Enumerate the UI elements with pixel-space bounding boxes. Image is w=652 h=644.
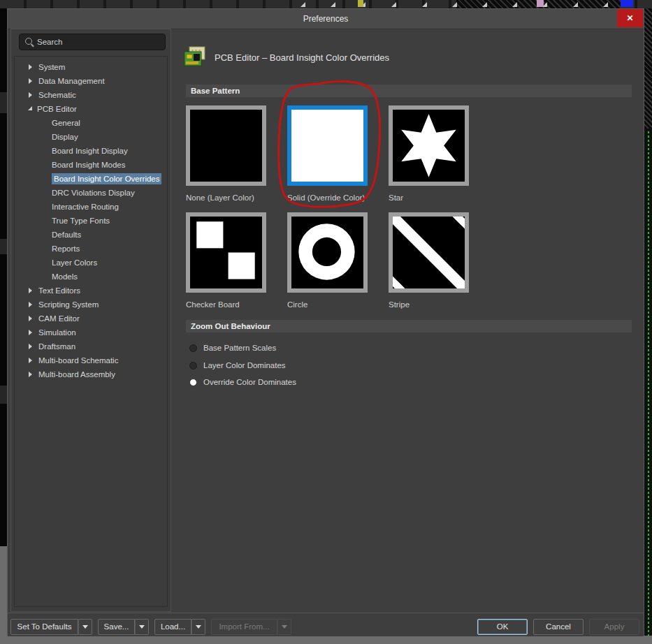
sidebar-item-display[interactable]: Display (15, 130, 167, 144)
toolbar-arrow-icon (482, 2, 487, 7)
pattern-tile-none-layer-color[interactable] (186, 105, 266, 186)
sidebar-item-reports[interactable]: Reports (15, 242, 167, 256)
toolbar-arrow-icon (603, 2, 608, 7)
pattern-label-solid-override-color: Solid (Override Color) (287, 193, 389, 202)
tree-item-label: General (52, 119, 80, 127)
tree-expand-icon[interactable] (29, 358, 32, 363)
tree-item-label: System (38, 63, 65, 71)
sidebar-item-board-insight-color-overrides[interactable]: Board Insight Color Overrides (15, 172, 167, 186)
toolbar-arrow-icon (331, 2, 335, 7)
sidebar-item-true-type-fonts[interactable]: True Type Fonts (15, 214, 167, 228)
search-icon (25, 38, 32, 45)
toolbar-arrow-icon (452, 2, 457, 7)
sidebar-item-simulation[interactable]: Simulation (15, 325, 167, 339)
search-box[interactable]: Search (19, 34, 166, 50)
sidebar-item-general[interactable]: General (15, 116, 167, 130)
close-button[interactable]: ✕ (617, 9, 643, 27)
dialog-footer: Set To DefaultsSave...Load...Import From… (8, 613, 644, 636)
sidebar-item-multi-board-assembly[interactable]: Multi-board Assembly (15, 367, 167, 381)
tree-expand-icon[interactable] (29, 344, 32, 349)
toolbar-arrow-icon (391, 2, 396, 7)
pattern-label-checker-board: Checker Board (186, 300, 287, 309)
tree-item-label: Board Insight Color Overrides (52, 173, 161, 184)
tree-expand-icon[interactable] (29, 330, 32, 335)
sidebar-item-board-insight-modes[interactable]: Board Insight Modes (15, 158, 167, 172)
load-dropdown[interactable] (191, 619, 205, 635)
radio-label: Base Pattern Scales (203, 344, 276, 352)
app-right-edge (644, 8, 652, 636)
tree-item-label: Interactive Routing (52, 203, 119, 211)
stripe-pattern-icon (393, 217, 465, 288)
toolbar-arrow-icon (512, 2, 517, 7)
pcb-selection-dashed-line (648, 131, 649, 636)
pattern-tile-star[interactable] (389, 105, 469, 186)
tree-expand-icon[interactable] (29, 316, 32, 321)
pattern-label-none-layer-color: None (Layer Color) (186, 193, 287, 202)
dialog-titlebar[interactable]: Preferences ✕ (8, 9, 644, 29)
load-button[interactable]: Load... (154, 619, 191, 635)
tree-expand-icon[interactable] (29, 288, 32, 293)
sidebar-item-draftsman[interactable]: Draftsman (15, 339, 167, 353)
pattern-tile-circle[interactable] (287, 212, 368, 293)
sidebar-item-cam-editor[interactable]: CAM Editor (15, 312, 167, 325)
radio-layer-color-dominates[interactable]: Layer Color Dominates (189, 358, 286, 372)
sidebar-item-data-management[interactable]: Data Management (15, 74, 167, 88)
sidebar-item-system[interactable]: System (15, 60, 167, 74)
tree-expand-icon[interactable] (29, 64, 32, 70)
tree-collapse-icon[interactable] (28, 106, 32, 110)
pattern-tile-stripe[interactable] (389, 212, 469, 293)
tree-item-label: DRC Violations Display (52, 189, 135, 197)
cancel-button[interactable]: Cancel (533, 619, 584, 635)
yellow-mark (358, 0, 363, 7)
ok-button[interactable]: OK (477, 619, 528, 635)
pink-mark (537, 0, 544, 7)
tree-item-label: Layer Colors (52, 258, 97, 267)
sidebar-panel: Search SystemData ManagementSchematicPCB… (10, 29, 171, 612)
preferences-dialog: Preferences ✕ Search SystemData Manageme… (7, 8, 644, 636)
pattern-label-circle: Circle (287, 300, 389, 309)
tree-item-label: Board Insight Display (52, 147, 128, 155)
apply-button: Apply (589, 619, 639, 635)
radio-override-color-dominates[interactable]: Override Color Dominates (189, 375, 296, 389)
sidebar-item-interactive-routing[interactable]: Interactive Routing (15, 200, 167, 214)
sidebar-item-schematic[interactable]: Schematic (15, 88, 167, 102)
app-left-gray (0, 546, 7, 636)
tree-item-label: Data Management (38, 77, 105, 85)
tree-expand-icon[interactable] (29, 78, 32, 84)
sidebar-item-models[interactable]: Models (15, 270, 167, 284)
sidebar-item-text-editors[interactable]: Text Editors (15, 284, 167, 298)
sidebar-item-drc-violations-display[interactable]: DRC Violations Display (15, 186, 167, 200)
set-to-defaults-button[interactable]: Set To Defaults (10, 619, 78, 635)
sidebar-item-defaults[interactable]: Defaults (15, 228, 167, 242)
radio-selected-icon[interactable] (189, 379, 197, 386)
app-toolbar-background (0, 0, 652, 8)
radio-base-pattern-scales[interactable]: Base Pattern Scales (189, 341, 276, 355)
hatch-pattern (644, 8, 652, 129)
footer-left-buttons: Set To DefaultsSave...Load...Import From… (10, 619, 297, 635)
sidebar-item-multi-board-schematic[interactable]: Multi-board Schematic (15, 353, 167, 367)
set-to-defaults-dropdown[interactable] (78, 619, 92, 635)
radio-unselected-icon[interactable] (189, 344, 197, 352)
sidebar-item-pcb-editor[interactable]: PCB Editor (15, 102, 167, 116)
pattern-tile-solid-override-color[interactable] (287, 105, 368, 186)
checker-pattern-icon (190, 217, 262, 288)
tree-expand-icon[interactable] (29, 302, 32, 307)
save-button[interactable]: Save... (98, 619, 135, 635)
star-pattern-icon (393, 110, 465, 182)
pattern-tile-checker-board[interactable] (186, 212, 266, 293)
sidebar-item-board-insight-display[interactable]: Board Insight Display (15, 144, 167, 158)
toolbar-arrow-icon (422, 2, 427, 7)
split-button-load[interactable]: Load... (154, 619, 205, 635)
radio-label: Layer Color Dominates (203, 361, 286, 369)
split-button-save[interactable]: Save... (98, 619, 149, 635)
sidebar-item-scripting-system[interactable]: Scripting System (15, 298, 167, 312)
tree-expand-icon[interactable] (29, 92, 32, 98)
sidebar-item-layer-colors[interactable]: Layer Colors (15, 256, 167, 270)
split-button-set-to-defaults[interactable]: Set To Defaults (10, 619, 92, 635)
tree-item-label: Defaults (52, 230, 81, 239)
blue-chip (621, 0, 633, 7)
radio-unselected-icon[interactable] (189, 362, 197, 369)
close-icon: ✕ (626, 13, 633, 23)
tree-expand-icon[interactable] (29, 372, 32, 377)
save-dropdown[interactable] (135, 619, 149, 635)
